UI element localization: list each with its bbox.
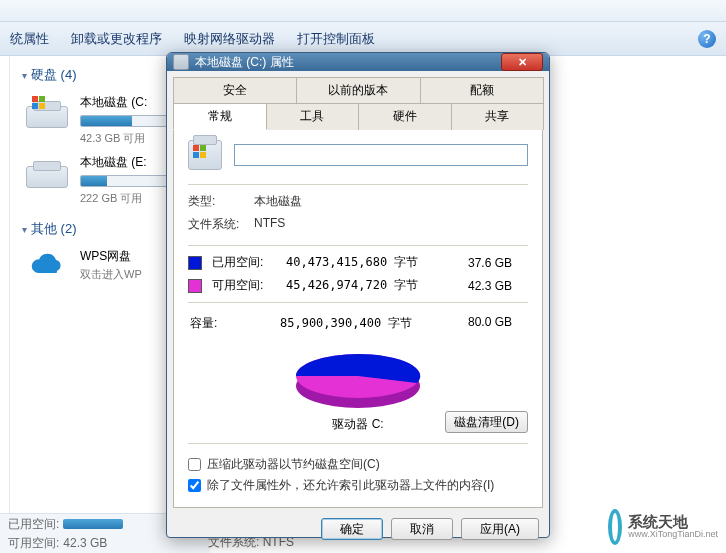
group-header-label: 硬盘 (4)	[31, 66, 77, 84]
help-icon[interactable]: ?	[698, 30, 716, 48]
menu-bar	[0, 0, 726, 22]
cmd-map-network-drive[interactable]: 映射网络驱动器	[184, 30, 275, 48]
drive-title: WPS网盘	[80, 248, 142, 265]
disk-cleanup-button[interactable]: 磁盘清理(D)	[445, 411, 528, 433]
collapse-icon: ▾	[22, 70, 27, 81]
index-label: 除了文件属性外，还允许索引此驱动器上文件的内容(I)	[207, 477, 494, 494]
type-value: 本地磁盘	[254, 193, 528, 210]
filesystem-value: NTFS	[254, 216, 528, 233]
used-gb: 37.6 GB	[468, 256, 528, 270]
compress-label: 压缩此驱动器以节约磁盘空间(C)	[207, 456, 380, 473]
free-bytes: 45,426,974,720 字节	[286, 277, 460, 294]
tab-page-general: 类型: 本地磁盘 文件系统: NTFS 已用空间: 40,473,415,680…	[173, 130, 543, 508]
capacity-gb: 80.0 GB	[468, 315, 528, 332]
free-swatch	[188, 279, 202, 293]
tab-previous-versions[interactable]: 以前的版本	[296, 77, 420, 103]
used-swatch	[188, 256, 202, 270]
explorer-command-bar: 统属性 卸载或更改程序 映射网络驱动器 打开控制面板 ?	[0, 22, 726, 56]
tab-hardware[interactable]: 硬件	[358, 103, 452, 130]
index-checkbox[interactable]	[188, 479, 201, 492]
apply-button[interactable]: 应用(A)	[461, 518, 539, 540]
hdd-icon	[173, 54, 189, 70]
status-usage-bar	[63, 519, 123, 529]
watermark-icon	[608, 509, 622, 545]
dialog-title: 本地磁盘 (C:) 属性	[195, 54, 294, 71]
properties-dialog: 本地磁盘 (C:) 属性 ✕ 安全 以前的版本 配额 常规 工具 硬件 共享	[166, 52, 550, 538]
capacity-label: 容量:	[190, 315, 272, 332]
drive-subtitle: 双击进入WP	[80, 267, 142, 282]
tab-tools[interactable]: 工具	[266, 103, 360, 130]
volume-label-input[interactable]	[234, 144, 528, 166]
close-button[interactable]: ✕	[501, 53, 543, 71]
tab-general[interactable]: 常规	[173, 103, 267, 130]
type-label: 类型:	[188, 193, 254, 210]
watermark: 系统天地 www.XiTongTianDi.net	[608, 507, 718, 547]
hdd-icon	[188, 140, 222, 170]
ok-button[interactable]: 确定	[321, 518, 383, 540]
hdd-icon	[26, 94, 68, 128]
status-free-value: 42.3 GB	[63, 536, 107, 550]
nav-pane[interactable]	[0, 56, 10, 526]
free-label: 可用空间:	[212, 277, 278, 294]
tab-quota[interactable]: 配额	[420, 77, 544, 103]
tab-sharing[interactable]: 共享	[451, 103, 545, 130]
cancel-button[interactable]: 取消	[391, 518, 453, 540]
dialog-title-bar[interactable]: 本地磁盘 (C:) 属性 ✕	[167, 53, 549, 71]
filesystem-label: 文件系统:	[188, 216, 254, 233]
cmd-uninstall[interactable]: 卸载或更改程序	[71, 30, 162, 48]
compress-checkbox[interactable]	[188, 458, 201, 471]
cmd-system-properties[interactable]: 统属性	[10, 30, 49, 48]
capacity-bytes: 85,900,390,400 字节	[280, 315, 460, 332]
status-used-label: 已用空间:	[8, 516, 59, 533]
collapse-icon: ▾	[22, 224, 27, 235]
dialog-button-row: 确定 取消 应用(A)	[167, 508, 549, 550]
pie-drive-label: 驱动器 C:	[332, 416, 383, 433]
group-header-label: 其他 (2)	[31, 220, 77, 238]
used-bytes: 40,473,415,680 字节	[286, 254, 460, 271]
usage-pie-chart	[283, 342, 433, 414]
status-free-label: 可用空间:	[8, 535, 59, 552]
cloud-icon	[26, 248, 68, 282]
used-label: 已用空间:	[212, 254, 278, 271]
hdd-icon	[26, 154, 68, 188]
tab-security[interactable]: 安全	[173, 77, 297, 103]
free-gb: 42.3 GB	[468, 279, 528, 293]
cmd-open-control-panel[interactable]: 打开控制面板	[297, 30, 375, 48]
